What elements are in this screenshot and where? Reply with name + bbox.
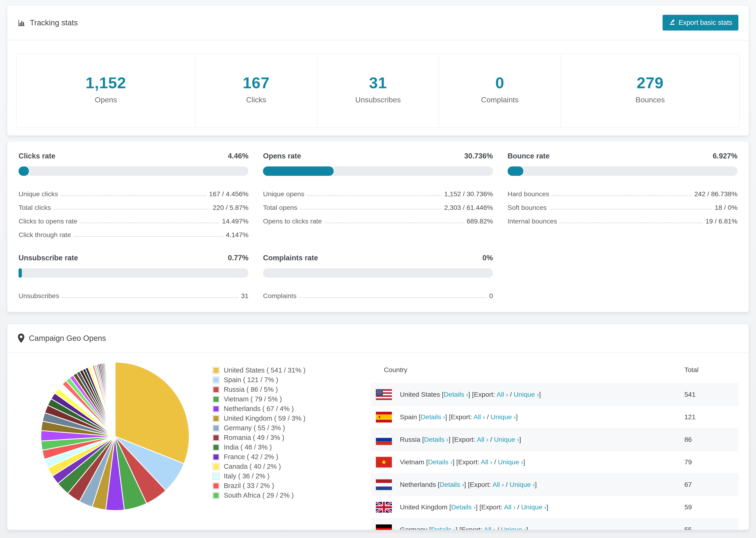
geo-opens-title: Campaign Geo Opens — [29, 334, 106, 343]
rate-detail-row: Total clicks220 / 5.87% — [19, 198, 248, 211]
rate-block-unsubscribe-rate: Unsubscribe rate0.77%Unsubscribes31 — [19, 254, 248, 300]
legend-item: Russia ( 86 / 5% ) — [212, 385, 365, 394]
geo-country-cell: Netherlands [Details ›] [Export: All › /… — [392, 481, 684, 488]
geo-total-cell: 541 — [684, 391, 738, 398]
dotted-leader — [560, 223, 702, 223]
stat-label: Opens — [17, 95, 195, 104]
rate-progress-fill — [19, 166, 29, 176]
legend-label: Spain ( 121 / 7% ) — [224, 376, 278, 384]
rate-detail-value: 19 / 6.81% — [706, 217, 737, 225]
export-all-link[interactable]: All › — [497, 391, 508, 398]
dotted-leader — [300, 209, 441, 210]
export-unique-link[interactable]: Unique › — [494, 436, 519, 443]
rate-progress-bar — [19, 268, 248, 278]
stat-cell-bounces: 279Bounces — [561, 54, 739, 127]
legend-swatch — [212, 377, 220, 384]
legend-swatch — [212, 434, 220, 441]
export-unique-link[interactable]: Unique › — [514, 391, 539, 398]
details-link[interactable]: Details › — [440, 481, 464, 488]
details-link[interactable]: Details › — [428, 458, 453, 466]
nl-flag-icon — [376, 479, 392, 490]
legend-item: Vietnam ( 79 / 5% ) — [212, 394, 365, 404]
export-all-link[interactable]: All › — [477, 436, 488, 443]
export-unique-link[interactable]: Unique › — [510, 481, 535, 488]
export-unique-link[interactable]: Unique › — [498, 458, 523, 466]
rate-detail-value: 31 — [241, 292, 249, 300]
legend-swatch — [212, 386, 220, 393]
rate-detail-value: 689.82% — [466, 217, 493, 225]
rate-detail-label: Soft bounces — [508, 204, 547, 211]
rate-progress-bar — [19, 166, 248, 176]
geo-table-rows: United States [Details ›] [Export: All ›… — [371, 383, 738, 530]
dotted-leader — [61, 195, 206, 196]
geo-country-cell: United Kingdom [Details ›] [Export: All … — [392, 503, 684, 511]
rates-grid: Clicks rate4.46%Unique clicks167 / 4.456… — [19, 152, 737, 300]
export-all-link[interactable]: All › — [504, 503, 515, 511]
gb-flag-icon — [376, 502, 392, 512]
legend-label: Italy ( 36 / 2% ) — [224, 472, 270, 480]
export-all-link[interactable]: All › — [484, 526, 495, 530]
legend-swatch — [212, 415, 220, 422]
export-unique-link[interactable]: Unique › — [521, 503, 546, 511]
stats-row: 1,152Opens167Clicks31Unsubscribes0Compla… — [16, 54, 740, 128]
details-link[interactable]: Details › — [444, 391, 468, 398]
legend-item: Romania ( 49 / 3% ) — [212, 433, 365, 443]
dotted-leader — [62, 297, 238, 298]
legend-item: United States ( 541 / 31% ) — [212, 365, 365, 375]
legend-label: France ( 42 / 2% ) — [224, 453, 278, 461]
export-basic-stats-button[interactable]: Export basic stats — [663, 15, 738, 30]
rate-block-complaints-rate: Complaints rate0%Complaints0 — [263, 254, 493, 300]
stat-label: Clicks — [195, 95, 317, 104]
rate-detail-row: Click through rate4.147% — [19, 225, 248, 239]
rate-detail-label: Unique clicks — [19, 190, 58, 198]
export-icon — [669, 18, 676, 27]
details-link[interactable]: Details › — [431, 526, 456, 530]
rate-progress-fill — [508, 166, 523, 176]
dotted-leader — [307, 195, 441, 196]
stat-label: Complaints — [439, 95, 561, 104]
legend-label: Russia ( 86 / 5% ) — [224, 386, 278, 394]
export-all-link[interactable]: All › — [481, 458, 492, 466]
dotted-leader — [54, 209, 210, 210]
legend-swatch — [212, 482, 220, 489]
map-pin-icon — [18, 334, 25, 343]
legend-swatch — [212, 463, 220, 470]
details-link[interactable]: Details › — [424, 436, 449, 443]
country-name: Germany — [400, 526, 427, 530]
ru-flag-icon — [376, 434, 392, 445]
rate-detail-label: Unique opens — [263, 190, 304, 198]
stat-value: 1,152 — [17, 74, 195, 92]
geo-total-cell: 67 — [684, 481, 738, 488]
legend-swatch — [212, 454, 220, 460]
export-all-link[interactable]: All › — [492, 481, 504, 488]
rate-value: 30.736% — [464, 152, 493, 160]
rate-block-bounce-rate: Bounce rate6.927%Hard bounces242 / 86.73… — [508, 152, 737, 239]
export-unique-link[interactable]: Unique › — [491, 413, 516, 421]
rate-detail-row: Clicks to opens rate14.497% — [19, 211, 248, 225]
rate-title: Opens rate — [263, 152, 301, 160]
export-all-link[interactable]: All › — [473, 413, 485, 421]
rate-detail-label: Unsubscribes — [19, 292, 59, 300]
export-unique-link[interactable]: Unique › — [501, 526, 526, 530]
country-name: United States — [400, 391, 440, 398]
rate-value: 4.46% — [228, 152, 248, 160]
country-name: Vietnam — [400, 458, 424, 466]
rate-detail-value: 18 / 0% — [715, 204, 737, 211]
page: Tracking stats Export basic stats 1,152O… — [0, 0, 756, 530]
geo-opens-header: Campaign Geo Opens — [7, 324, 749, 353]
stat-label: Bounces — [561, 95, 739, 104]
rate-detail-value: 14.497% — [222, 217, 249, 225]
geo-table-header: Country Total — [371, 353, 738, 383]
geo-total-cell: 59 — [684, 503, 738, 511]
geo-total-cell: 79 — [684, 458, 738, 466]
geo-table: Country Total United States [Details ›] … — [371, 353, 738, 530]
rate-progress-bar — [263, 268, 493, 278]
details-link[interactable]: Details › — [451, 503, 476, 511]
legend-label: United States ( 541 / 31% ) — [224, 366, 305, 374]
geo-table-header-country: Country — [371, 366, 684, 374]
rate-detail-row: Unique clicks167 / 4.456% — [19, 184, 248, 198]
legend-label: Netherlands ( 67 / 4% ) — [224, 405, 294, 413]
rate-detail-value: 220 / 5.87% — [213, 204, 248, 211]
dotted-leader — [74, 236, 223, 237]
details-link[interactable]: Details › — [421, 413, 445, 421]
